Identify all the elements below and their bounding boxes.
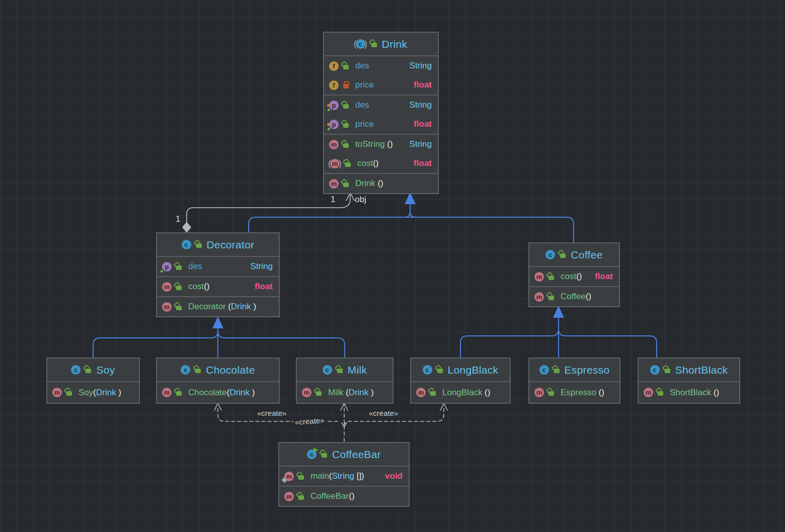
class-soy[interactable]: cSoymSoy(Drink ) bbox=[46, 358, 140, 404]
member-type: String bbox=[405, 61, 432, 71]
member-row-des[interactable]: pdesString bbox=[157, 257, 279, 276]
aggregation-target-multiplicity: 1 bbox=[331, 195, 335, 204]
aggregation-source-multiplicity: 1 bbox=[176, 215, 180, 223]
lock-open-icon bbox=[548, 273, 555, 281]
lock-open-icon bbox=[343, 102, 349, 109]
class-header-chocolate[interactable]: cChocolate bbox=[157, 359, 279, 381]
method-icon: m bbox=[329, 179, 339, 189]
property-gs-icon: p bbox=[329, 120, 339, 129]
lock-open-icon bbox=[196, 241, 202, 248]
member-row-des[interactable]: pdesString bbox=[324, 96, 438, 115]
member-type: String bbox=[246, 261, 273, 272]
member-row-CoffeeBar[interactable]: mCoffeeBar() bbox=[279, 487, 409, 506]
signature-token: () bbox=[204, 282, 209, 292]
class-header-shortblack[interactable]: cShortBlack bbox=[639, 359, 739, 381]
class-title: Decorator bbox=[207, 239, 255, 251]
class-header-espresso[interactable]: cEspresso bbox=[529, 359, 619, 381]
edge-create-coffeebar-chocolate-milk-longblack[interactable] bbox=[214, 403, 447, 441]
edge-aggregation-decorator-drink[interactable] bbox=[182, 193, 354, 233]
signature-token: ) bbox=[116, 388, 121, 398]
method-icon: m bbox=[329, 140, 339, 149]
member-name: Espresso bbox=[561, 388, 596, 398]
class-espresso[interactable]: cEspressomEspresso () bbox=[528, 358, 620, 404]
edge-inheritance-decorator-coffee-drink[interactable] bbox=[249, 192, 574, 243]
member-name: des bbox=[188, 261, 202, 272]
signature-token: () bbox=[596, 388, 604, 398]
member-row-ShortBlack[interactable]: mShortBlack () bbox=[639, 382, 739, 403]
runnable-class-icon: c bbox=[307, 450, 317, 459]
signature-token: Drink bbox=[96, 388, 116, 398]
lock-open-icon bbox=[560, 251, 566, 258]
member-row-toString[interactable]: mtoString ()String bbox=[324, 135, 438, 154]
class-header-longblack[interactable]: cLongBlack bbox=[411, 359, 510, 381]
member-row-Decorator[interactable]: mDecorator (Drink ) bbox=[157, 297, 279, 316]
class-header-drink[interactable]: (c)Drink bbox=[324, 33, 438, 55]
member-row-Chocolate[interactable]: mChocolate(Drink ) bbox=[157, 382, 279, 403]
edge-inheritance-soy-chocolate-milk-decorator[interactable] bbox=[93, 316, 345, 358]
lock-open-icon bbox=[316, 389, 322, 396]
method-icon: m bbox=[52, 388, 62, 397]
member-name: price bbox=[355, 80, 374, 90]
lock-open-icon bbox=[371, 40, 377, 48]
class-title: ShortBlack bbox=[675, 364, 728, 376]
member-row-Soy[interactable]: mSoy(Drink ) bbox=[47, 382, 139, 403]
class-icon: c bbox=[71, 365, 81, 375]
class-icon: c bbox=[181, 365, 190, 375]
class-decorator[interactable]: cDecoratorpdesStringmcost()floatmDecorat… bbox=[156, 232, 280, 317]
edge-inheritance-longblack-espresso-shortblack-coffee[interactable] bbox=[460, 306, 657, 358]
method-icon: m bbox=[284, 492, 294, 501]
member-row-LongBlack[interactable]: mLongBlack () bbox=[411, 382, 510, 403]
method-icon: m bbox=[162, 388, 172, 397]
class-header-coffeebar[interactable]: cCoffeeBar bbox=[279, 443, 409, 466]
member-name: cost bbox=[561, 272, 576, 282]
member-row-cost[interactable]: (m)cost()float bbox=[324, 154, 438, 173]
lock-open-icon bbox=[343, 121, 349, 128]
member-row-price[interactable]: fpricefloat bbox=[324, 75, 438, 95]
class-header-decorator[interactable]: cDecorator bbox=[157, 233, 279, 256]
class-milk[interactable]: cMilkmMilk (Drink ) bbox=[296, 358, 394, 404]
class-shortblack[interactable]: cShortBlackmShortBlack () bbox=[638, 358, 740, 404]
class-icon: c bbox=[545, 250, 555, 259]
signature-token: Drink bbox=[349, 388, 369, 398]
member-row-Milk[interactable]: mMilk (Drink ) bbox=[297, 382, 392, 403]
create-stereotype-label-left: «create» bbox=[257, 409, 286, 417]
class-drink[interactable]: (c)DrinkfdesStringfpricefloatpdesStringp… bbox=[323, 32, 439, 194]
member-row-main[interactable]: mmain(String [])void bbox=[279, 467, 409, 486]
member-row-cost[interactable]: mcost()float bbox=[529, 267, 619, 286]
class-coffee[interactable]: cCoffeemcost()floatmCoffee() bbox=[528, 242, 620, 307]
lock-open-icon bbox=[298, 473, 304, 480]
class-chocolate[interactable]: cChocolatemChocolate(Drink ) bbox=[156, 358, 280, 404]
field-icon: f bbox=[329, 80, 339, 90]
abstract-method-icon: (m) bbox=[329, 159, 341, 168]
create-stereotype-label-right: «create» bbox=[369, 409, 398, 417]
member-name: price bbox=[355, 119, 374, 129]
abstract-class-icon: (c) bbox=[355, 39, 366, 49]
class-title: Espresso bbox=[565, 364, 610, 376]
signature-token: () bbox=[576, 272, 582, 282]
member-name: des bbox=[355, 61, 369, 71]
method-icon: m bbox=[416, 388, 426, 397]
signature-token: () bbox=[375, 179, 383, 189]
lock-open-icon bbox=[85, 366, 92, 374]
class-header-soy[interactable]: cSoy bbox=[47, 359, 139, 381]
diagram-canvas[interactable]: 1 1 obj «create» «create» «create» (c)Dr… bbox=[0, 0, 785, 532]
lock-open-icon bbox=[548, 293, 555, 301]
signature-token: ) bbox=[368, 388, 373, 398]
method-icon: m bbox=[302, 388, 311, 397]
member-name: Milk bbox=[328, 388, 343, 398]
class-header-coffee[interactable]: cCoffee bbox=[529, 243, 619, 266]
member-row-cost[interactable]: mcost()float bbox=[157, 277, 279, 296]
member-type: float bbox=[409, 80, 432, 90]
member-row-price[interactable]: ppricefloat bbox=[324, 115, 438, 134]
class-header-milk[interactable]: cMilk bbox=[297, 359, 392, 381]
signature-token: String bbox=[332, 471, 354, 481]
member-row-des[interactable]: fdesString bbox=[324, 56, 438, 75]
member-row-Coffee[interactable]: mCoffee() bbox=[529, 287, 619, 306]
class-longblack[interactable]: cLongBlackmLongBlack () bbox=[410, 358, 511, 404]
signature-token: ) bbox=[250, 388, 255, 398]
lock-open-icon bbox=[176, 303, 182, 311]
member-name: Decorator bbox=[188, 302, 226, 312]
member-row-Espresso[interactable]: mEspresso () bbox=[529, 382, 619, 403]
member-row-Drink[interactable]: mDrink () bbox=[324, 174, 438, 193]
class-coffeebar[interactable]: cCoffeeBarmmain(String [])voidmCoffeeBar… bbox=[278, 442, 410, 507]
